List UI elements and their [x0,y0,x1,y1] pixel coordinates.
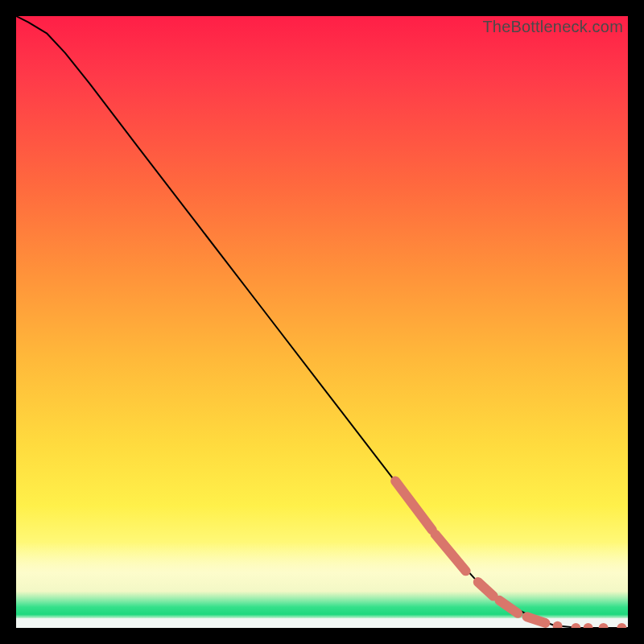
highlight-segment [478,582,493,597]
highlight-layer [395,481,626,628]
chart-overlay [16,16,628,628]
highlight-dot [553,621,563,628]
plot-area: TheBottleneck.com [16,16,628,628]
bottleneck-curve [16,16,628,628]
highlight-dot [599,623,609,628]
highlight-dot [571,623,580,628]
highlight-segment [395,481,432,530]
highlight-dot [617,623,626,628]
highlight-segment [436,535,466,572]
highlight-segment [499,601,518,613]
chart-stage: TheBottleneck.com [0,0,644,644]
watermark-text: TheBottleneck.com [482,18,623,36]
curve-layer [16,16,628,628]
highlight-segment [527,617,546,623]
highlight-dot [584,623,593,628]
